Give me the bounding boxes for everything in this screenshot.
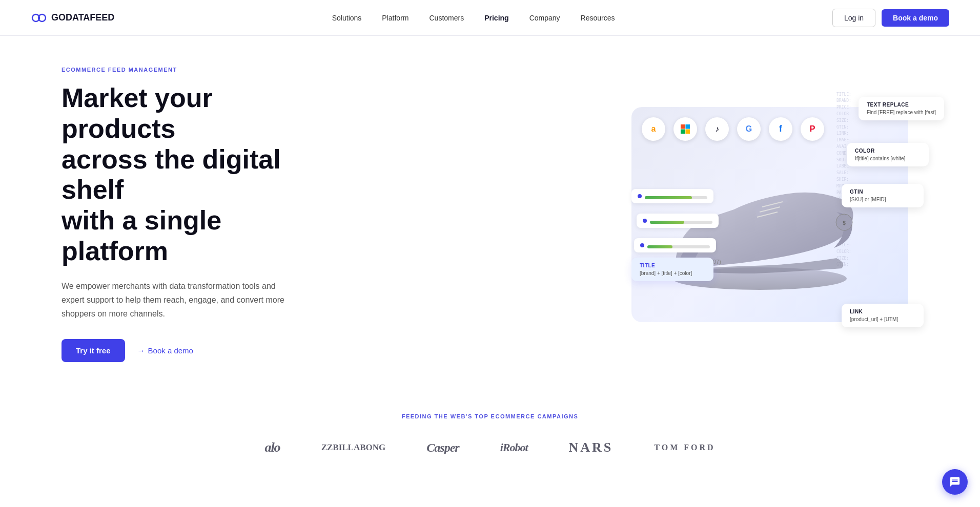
- progress-bar-2: [637, 214, 719, 228]
- nav-actions: Log in Book a demo: [832, 9, 949, 27]
- progress-fill-2: [650, 221, 684, 224]
- logo[interactable]: GODATAFEED: [31, 10, 114, 26]
- title-card: TITLE [brand] + [title] + [color]: [631, 258, 713, 281]
- nav-resources[interactable]: Resources: [573, 10, 623, 26]
- progress-dot-2: [643, 219, 647, 223]
- link-card: LINK [product_url] + [UTM]: [842, 304, 924, 327]
- nav-links: Solutions Platform Customers Pricing Com…: [324, 10, 623, 26]
- text-replace-card: TEXT REPLACE Find [FREE] replace with [f…: [859, 97, 944, 120]
- nav-solutions[interactable]: Solutions: [324, 10, 370, 26]
- progress-dot-1: [638, 194, 642, 198]
- progress-fill-1: [645, 196, 692, 199]
- brand-tomford: TOM FORD: [654, 443, 715, 452]
- progress-bar-1: [631, 189, 713, 203]
- hero-eyebrow: ECOMMERCE FEED MANAGEMENT: [62, 67, 328, 73]
- book-demo-button-nav[interactable]: Book a demo: [882, 9, 949, 27]
- svg-text:$: $: [843, 220, 846, 226]
- nav-company[interactable]: Company: [521, 10, 568, 26]
- progress-bars: [631, 189, 719, 252]
- nav-pricing[interactable]: Pricing: [476, 10, 517, 26]
- navbar: GODATAFEED Solutions Platform Customers …: [0, 0, 980, 36]
- progress-bar-3: [634, 238, 716, 252]
- brand-casper: Casper: [426, 441, 459, 455]
- brand-alo: alo: [264, 440, 280, 455]
- logo-text: GODATAFEED: [51, 12, 114, 23]
- progress-fill-3: [647, 245, 672, 248]
- brand-irobot: iRobot: [500, 441, 528, 454]
- arrow-icon: →: [137, 346, 145, 355]
- hero-content: ECOMMERCE FEED MANAGEMENT Market your pr…: [62, 67, 328, 362]
- hero-illustration: TITLE:BRAND:PRICE:COLOR:SIZE:GTIN:LINK:I…: [621, 87, 939, 343]
- nav-platform[interactable]: Platform: [374, 10, 417, 26]
- gtin-card: GTIN [SKU] or [MFID]: [842, 184, 924, 207]
- book-demo-link[interactable]: → Book a demo: [137, 346, 193, 355]
- brands-section: FEEDING THE WEB'S TOP ECOMMERCE CAMPAIGN…: [0, 383, 980, 476]
- color-card: COLOR If[title] contains [white]: [847, 143, 929, 166]
- login-button[interactable]: Log in: [832, 9, 875, 27]
- hero-headline: Market your products across the digital …: [62, 83, 328, 267]
- brand-billabong: ZZBILLABONG: [321, 442, 386, 453]
- brands-eyebrow: FEEDING THE WEB'S TOP ECOMMERCE CAMPAIGN…: [402, 413, 579, 419]
- progress-dot-3: [640, 243, 644, 247]
- hero-ctas: Try it free → Book a demo: [62, 339, 328, 362]
- hero-subtext: We empower merchants with data transform…: [62, 279, 297, 321]
- try-free-button[interactable]: Try it free: [62, 339, 125, 362]
- brand-nars: NARS: [569, 440, 614, 455]
- nav-customers[interactable]: Customers: [421, 10, 472, 26]
- brands-row: alo ZZBILLABONG Casper iRobot NARS TOM F…: [264, 440, 715, 455]
- logo-icon: [31, 10, 47, 26]
- hero-section: ECOMMERCE FEED MANAGEMENT Market your pr…: [0, 36, 980, 383]
